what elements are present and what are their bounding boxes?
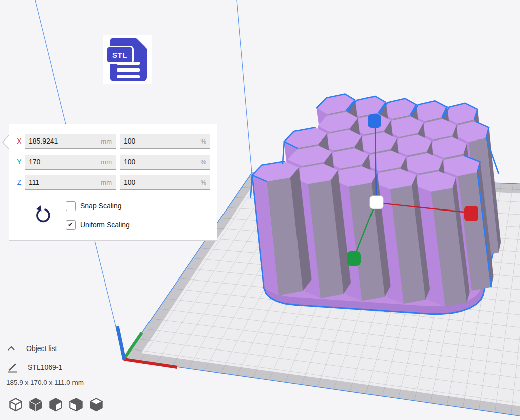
view-3d-button[interactable] — [8, 397, 24, 413]
scale-y-percent-input[interactable]: 100 % — [120, 155, 210, 170]
axis-label-y: Y — [15, 158, 24, 166]
uniform-scaling-checkbox[interactable]: ✔ — [66, 220, 76, 230]
reset-circular-arrow-icon — [34, 205, 53, 225]
view-front-button[interactable] — [28, 397, 44, 413]
scale-row-x: X 185.9241 mm 100 % — [9, 134, 217, 149]
axis-label-x: X — [15, 137, 24, 145]
stl-file-icon: STL — [103, 35, 152, 84]
snap-scaling-row: ✔ Snap Scaling — [66, 201, 122, 211]
view-right-button[interactable] — [68, 397, 85, 413]
snap-scaling-checkbox[interactable]: ✔ — [66, 201, 76, 211]
scale-handle-y[interactable] — [347, 251, 361, 266]
origin-z-axis — [117, 326, 124, 360]
scale-z-percent-input[interactable]: 100 % — [120, 175, 210, 190]
scale-z-mm-input[interactable]: 111 mm — [25, 175, 116, 190]
view-top-button[interactable] — [89, 397, 105, 413]
scale-y-mm-input[interactable]: 170 mm — [25, 155, 116, 170]
scale-handle-center[interactable] — [370, 196, 383, 209]
scale-row-z: Z 111 mm 100 % — [9, 175, 217, 190]
cube-front-icon — [28, 397, 43, 412]
model-dimensions-label: 185.9 x 170.0 x 111.0 mm — [6, 379, 84, 386]
document-line — [117, 75, 140, 78]
scale-tool-panel: X 185.9241 mm 100 % Y 170 mm 100 % Z — [9, 124, 217, 241]
scale-x-mm-input[interactable]: 185.9241 mm — [25, 134, 116, 149]
uniform-scaling-label: Uniform Scaling — [80, 221, 130, 229]
stl-badge: STL — [106, 46, 134, 64]
cube-left-icon — [48, 397, 63, 412]
cube-top-icon — [89, 397, 104, 412]
snap-scaling-label: Snap Scaling — [80, 202, 122, 210]
camera-view-toolbar — [8, 397, 105, 413]
stl-document-shape: STL — [110, 38, 147, 81]
axis-label-z: Z — [15, 178, 24, 186]
cura-viewport: STL X 185.9241 mm 100 % Y 170 mm — [0, 0, 520, 420]
document-line — [117, 62, 140, 65]
uniform-scaling-row: ✔ Uniform Scaling — [66, 220, 130, 230]
scale-x-percent-input[interactable]: 100 % — [120, 134, 210, 149]
scale-handle-x[interactable] — [464, 206, 478, 221]
chevron-up-icon[interactable] — [7, 346, 15, 351]
cube-right-icon — [68, 397, 84, 412]
scale-handle-z[interactable] — [368, 114, 381, 128]
object-list-header[interactable]: Object list — [26, 344, 57, 353]
model-item-icon — [7, 362, 19, 374]
cube-3d-icon — [8, 397, 23, 412]
object-list-item[interactable]: STL1069-1 — [28, 363, 62, 371]
view-left-button[interactable] — [48, 397, 64, 413]
scale-row-y: Y 170 mm 100 % — [9, 155, 217, 170]
selection-outline — [283, 142, 284, 164]
document-line — [117, 68, 140, 72]
reset-scale-button[interactable] — [33, 205, 53, 225]
build-volume-edge — [237, 0, 252, 173]
